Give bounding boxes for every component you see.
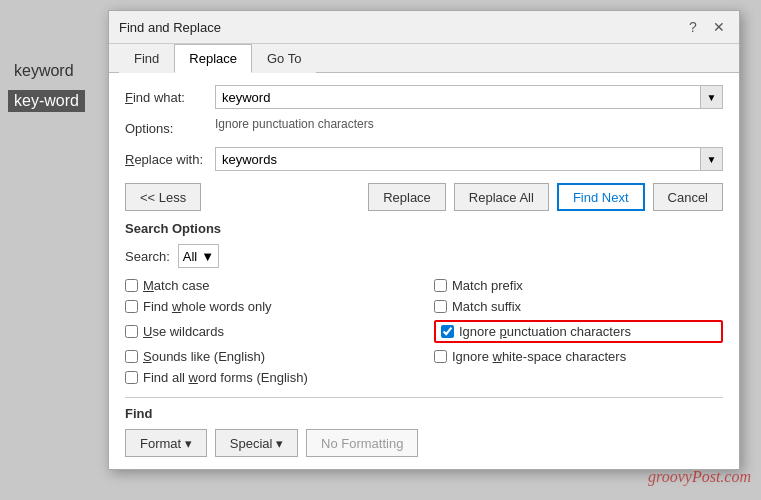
- replace-all-button[interactable]: Replace All: [454, 183, 549, 211]
- checkbox-ignore-space[interactable]: Ignore white-space characters: [434, 349, 723, 364]
- tab-bar: Find Replace Go To: [109, 44, 739, 73]
- checkbox-match-suffix[interactable]: Match suffix: [434, 299, 723, 314]
- replace-with-label: Replace with:: [125, 152, 215, 167]
- match-suffix-input[interactable]: [434, 300, 447, 313]
- no-formatting-button[interactable]: No Formatting: [306, 429, 418, 457]
- search-row: Search: All ▼: [125, 244, 723, 268]
- cancel-button[interactable]: Cancel: [653, 183, 723, 211]
- all-forms-label: Find all word forms (English): [143, 370, 308, 385]
- options-label-text: Options:: [125, 121, 215, 136]
- watermark-suffix: Post: [692, 468, 720, 485]
- checkbox-sounds-like[interactable]: Sounds like (English): [125, 349, 414, 364]
- replace-with-dropdown[interactable]: ▼: [701, 147, 723, 171]
- search-select[interactable]: All ▼: [178, 244, 219, 268]
- title-bar: Find and Replace ? ✕: [109, 11, 739, 44]
- dialog-title: Find and Replace: [119, 20, 221, 35]
- all-forms-input[interactable]: [125, 371, 138, 384]
- wildcards-input[interactable]: [125, 325, 138, 338]
- find-next-button[interactable]: Find Next: [557, 183, 645, 211]
- match-case-input[interactable]: [125, 279, 138, 292]
- bottom-label: Find: [125, 406, 723, 421]
- find-what-dropdown[interactable]: ▼: [701, 85, 723, 109]
- dialog-body: Find what: ▼ Options: Ignore punctuation…: [109, 73, 739, 469]
- checkboxes-grid: Match case Match prefix Find whole words…: [125, 278, 723, 385]
- tab-replace[interactable]: Replace: [174, 44, 252, 73]
- find-replace-dialog: Find and Replace ? ✕ Find Replace Go To …: [108, 10, 740, 470]
- whole-words-input[interactable]: [125, 300, 138, 313]
- ignore-space-label: Ignore white-space characters: [452, 349, 626, 364]
- options-value: Ignore punctuation characters: [215, 117, 374, 131]
- match-prefix-input[interactable]: [434, 279, 447, 292]
- bottom-section: Find Format ▾ Special ▾ No Formatting: [125, 397, 723, 457]
- action-buttons: << Less Replace Replace All Find Next Ca…: [125, 183, 723, 211]
- tab-goto[interactable]: Go To: [252, 44, 316, 73]
- bottom-buttons: Format ▾ Special ▾ No Formatting: [125, 429, 723, 457]
- find-what-label: Find what:: [125, 90, 215, 105]
- watermark-end: .com: [720, 468, 751, 485]
- sounds-like-input[interactable]: [125, 350, 138, 363]
- keyword-plain: keyword: [8, 60, 80, 82]
- format-button[interactable]: Format ▾: [125, 429, 207, 457]
- close-button[interactable]: ✕: [709, 17, 729, 37]
- checkbox-wildcards[interactable]: Use wildcards: [125, 320, 414, 343]
- replace-with-row: Replace with: ▼: [125, 147, 723, 171]
- special-button[interactable]: Special ▾: [215, 429, 298, 457]
- search-select-arrow: ▼: [201, 249, 214, 264]
- options-row: Options: Ignore punctuation characters: [125, 117, 723, 139]
- sounds-like-label: Sounds like (English): [143, 349, 265, 364]
- checkbox-all-forms[interactable]: Find all word forms (English): [125, 370, 414, 385]
- checkbox-ignore-punct[interactable]: Ignore punctuation characters: [434, 320, 723, 343]
- checkbox-match-case[interactable]: Match case: [125, 278, 414, 293]
- less-button[interactable]: << Less: [125, 183, 201, 211]
- background-area: keyword key-word: [0, 0, 108, 500]
- title-buttons: ? ✕: [683, 17, 729, 37]
- find-what-input[interactable]: [215, 85, 701, 109]
- match-prefix-label: Match prefix: [452, 278, 523, 293]
- watermark: groovyPost.com: [648, 468, 751, 486]
- help-button[interactable]: ?: [683, 17, 703, 37]
- replace-with-input-wrap: ▼: [215, 147, 723, 171]
- ignore-punct-label: Ignore punctuation characters: [459, 324, 631, 339]
- checkbox-whole-words[interactable]: Find whole words only: [125, 299, 414, 314]
- ignore-punct-input[interactable]: [441, 325, 454, 338]
- keyword-highlighted: key-word: [8, 90, 85, 112]
- find-what-row: Find what: ▼: [125, 85, 723, 109]
- wildcards-label: Use wildcards: [143, 324, 224, 339]
- replace-button[interactable]: Replace: [368, 183, 446, 211]
- match-suffix-label: Match suffix: [452, 299, 521, 314]
- checkbox-match-prefix[interactable]: Match prefix: [434, 278, 723, 293]
- watermark-prefix: groovy: [648, 468, 692, 485]
- search-select-value: All: [183, 249, 197, 264]
- ignore-space-input[interactable]: [434, 350, 447, 363]
- search-label: Search:: [125, 249, 170, 264]
- tab-find[interactable]: Find: [119, 44, 174, 73]
- whole-words-label: Find whole words only: [143, 299, 272, 314]
- match-case-label: Match case: [143, 278, 210, 293]
- replace-with-input[interactable]: [215, 147, 701, 171]
- find-what-input-wrap: ▼: [215, 85, 723, 109]
- search-options-title: Search Options: [125, 221, 723, 236]
